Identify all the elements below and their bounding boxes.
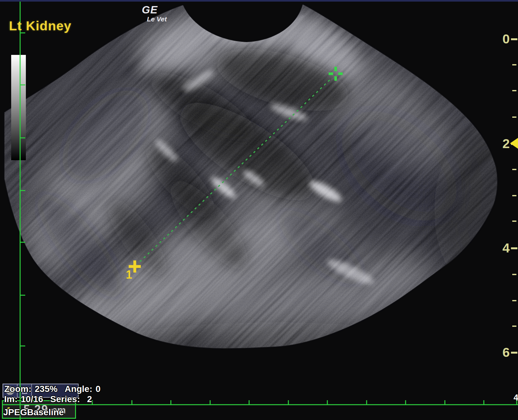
depth-label-4: 4 [499,242,510,255]
measurement-line[interactable] [140,78,331,262]
image-label: Im: [4,394,18,404]
top-strip [0,0,518,2]
vendor-logo: GE Le Vet [142,4,167,22]
series-label: Series: [50,394,80,404]
vendor-model-text: Le Vet [147,16,167,22]
image-series-status: Im:10/16Series:2 [4,394,92,404]
annotation-layer [0,0,518,420]
bottom-ruler-label: 4 [514,393,518,403]
angle-label: Angle: [65,384,92,394]
zoom-label: Zoom: [4,384,32,394]
ultrasound-screen: Lt Kidney GE Le Vet 0 2 4 6 4 1 Zoom:235… [0,0,518,420]
depth-label-0: 0 [499,33,510,46]
depth-scale-ticks [511,39,517,353]
image-value: 10/16 [21,394,43,404]
depth-label-6: 6 [499,346,510,359]
zoom-value: 235% [35,384,58,394]
series-value: 2 [87,394,92,404]
codec-label: JPEGBaseline [3,407,64,417]
zoom-angle-status: Zoom:235%Angle:0 [4,384,101,394]
focus-marker-arrow[interactable] [510,138,518,149]
left-ruler [20,0,25,420]
caliper-2[interactable] [329,67,343,81]
angle-value: 0 [95,384,101,394]
caliper-1-label: 1 [126,268,132,281]
depth-label-2: 2 [499,137,510,150]
vendor-logo-text: GE [142,4,167,15]
exam-label: Lt Kidney [9,19,72,34]
